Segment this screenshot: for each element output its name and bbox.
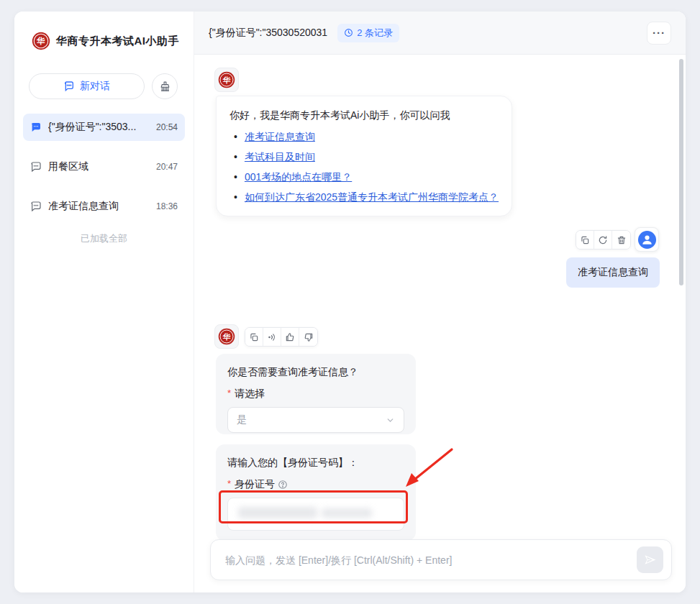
more-options-button[interactable]: ··· xyxy=(647,22,671,45)
required-asterisk: * xyxy=(227,388,231,398)
form-field-label: 请选择 xyxy=(235,388,265,401)
form-field-label: 身份证号 xyxy=(235,478,275,491)
bot-welcome-message: 你好，我是华商专升本考试Ai小助手，你可以问我 •准考证信息查询 •考试科目及时… xyxy=(216,96,512,216)
bullet: • xyxy=(234,147,237,167)
delete-button[interactable] xyxy=(612,231,630,249)
message-input[interactable] xyxy=(225,554,629,566)
svg-text:华: 华 xyxy=(36,37,45,45)
conversation-item[interactable]: 准考证信息查询 18:36 xyxy=(23,193,185,220)
clock-icon xyxy=(344,28,353,37)
redacted-id-number xyxy=(238,507,317,518)
conversation-title: {"身份证号":"3503... xyxy=(48,121,150,134)
send-button[interactable] xyxy=(637,546,663,573)
user-message-bubble: 准考证信息查询 xyxy=(566,257,660,288)
user-avatar xyxy=(635,227,659,252)
app-logo-icon: 华 xyxy=(32,32,50,50)
regenerate-button[interactable] xyxy=(594,231,612,249)
trash-icon xyxy=(617,235,627,245)
help-icon[interactable] xyxy=(278,480,288,490)
chat-plus-icon xyxy=(63,81,75,92)
new-chat-button[interactable]: 新对话 xyxy=(29,73,145,99)
bullet: • xyxy=(234,187,237,207)
new-chat-label: 新对话 xyxy=(80,80,110,93)
bot-message-toolbar xyxy=(245,327,318,347)
thumbs-up-icon xyxy=(285,332,295,342)
copy-button[interactable] xyxy=(245,328,263,346)
conversation-time: 20:54 xyxy=(156,122,178,132)
suggested-question-link[interactable]: 考试科目及时间 xyxy=(245,147,315,167)
welcome-greeting: 你好，我是华商专升本考试Ai小助手，你可以问我 xyxy=(229,106,499,124)
thumbs-down-icon xyxy=(304,332,314,342)
chat-bubble-filled-icon xyxy=(30,122,42,133)
chat-scrollbar[interactable] xyxy=(679,59,683,285)
suggested-questions: •准考证信息查询 •考试科目及时间 •001考场的地点在哪里？ •如何到达广东省… xyxy=(229,127,499,207)
app-title: 华商专升本考试AI小助手 xyxy=(56,35,179,48)
conversation-time: 20:47 xyxy=(156,162,178,172)
user-icon xyxy=(637,230,657,250)
id-number-input[interactable] xyxy=(227,498,404,531)
user-message-toolbar xyxy=(576,230,631,250)
form-card-select: 你是否需要查询准考证信息？ * 请选择 是 xyxy=(216,354,416,434)
bullet: • xyxy=(234,127,237,147)
conversation-time: 18:36 xyxy=(156,201,178,211)
conversation-item[interactable]: 用餐区域 20:47 xyxy=(23,153,185,180)
composer xyxy=(210,539,672,580)
broom-icon xyxy=(159,81,171,93)
suggested-question-link[interactable]: 如何到达广东省2025普通专升本考试广州华商学院考点？ xyxy=(245,187,499,207)
refresh-icon xyxy=(598,235,608,245)
conversation-title: 用餐区域 xyxy=(48,160,150,173)
sidebar: 华 华商专升本考试AI小助手 新对话 xyxy=(14,12,194,592)
redacted-id-number xyxy=(322,508,372,518)
like-button[interactable] xyxy=(281,328,299,346)
chat-bubble-outline-icon xyxy=(30,161,42,173)
suggested-question-link[interactable]: 001考场的地点在哪里？ xyxy=(245,167,352,187)
loaded-all-label: 已加载全部 xyxy=(14,232,194,245)
svg-text:华: 华 xyxy=(222,76,231,84)
chat-title: {"身份证号":"35030520031 xyxy=(209,27,327,40)
chat-panel: {"身份证号":"35030520031 2 条记录 ··· 华 你好，我是华商… xyxy=(194,12,686,592)
conversation-item[interactable]: {"身份证号":"3503... 20:54 xyxy=(23,114,185,141)
form-question: 你是否需要查询准考证信息？ xyxy=(227,365,404,379)
yes-no-select[interactable]: 是 xyxy=(227,407,404,433)
copy-icon xyxy=(580,235,590,245)
sound-icon xyxy=(267,332,277,342)
app-window: 华 华商专升本考试AI小助手 新对话 xyxy=(14,12,686,592)
bullet: • xyxy=(234,167,237,187)
form-question: 请输入您的【身份证号码】： xyxy=(227,455,404,470)
chat-topbar: {"身份证号":"35030520031 2 条记录 ··· xyxy=(194,12,686,55)
dislike-button[interactable] xyxy=(299,328,317,346)
chat-bubble-outline-icon xyxy=(30,201,42,212)
bot-avatar: 华 xyxy=(214,68,239,92)
clear-history-button[interactable] xyxy=(152,73,178,99)
conversation-list: {"身份证号":"3503... 20:54 用餐区域 20:47 xyxy=(23,114,185,220)
brand: 华 华商专升本考试AI小助手 xyxy=(14,12,194,50)
copy-icon xyxy=(249,332,259,342)
required-asterisk: * xyxy=(227,478,231,489)
send-icon xyxy=(643,553,657,567)
form-card-id-number: 请输入您的【身份证号码】： * 身份证号 xyxy=(216,444,416,541)
suggested-question-link[interactable]: 准考证信息查询 xyxy=(245,127,315,147)
conversation-title: 准考证信息查询 xyxy=(48,200,150,213)
records-badge: 2 条记录 xyxy=(337,24,399,42)
svg-text:华: 华 xyxy=(222,332,231,341)
bot-avatar: 华 xyxy=(214,324,239,349)
records-badge-label: 2 条记录 xyxy=(357,27,393,40)
chevron-down-icon xyxy=(386,416,395,425)
read-aloud-button[interactable] xyxy=(263,328,281,346)
copy-button[interactable] xyxy=(576,231,594,249)
select-value: 是 xyxy=(237,413,386,426)
